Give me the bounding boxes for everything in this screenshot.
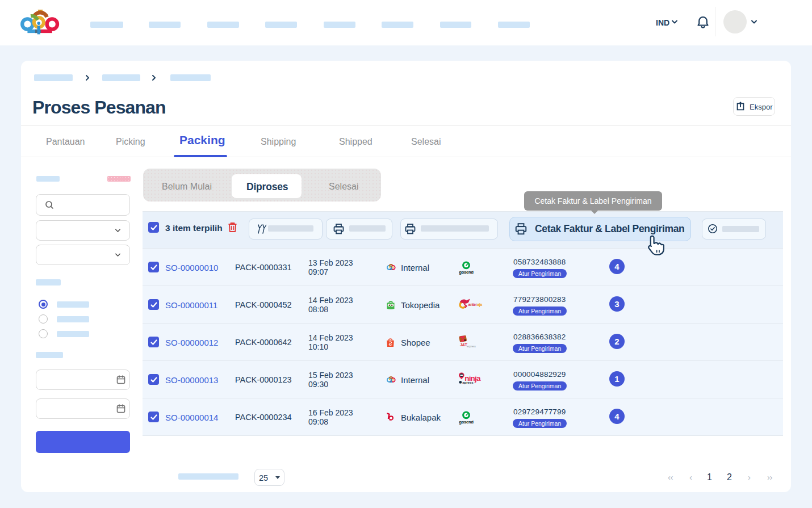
- svg-text:express: express: [467, 345, 476, 347]
- svg-text:anter: anter: [468, 303, 478, 307]
- svg-text:gosend: gosend: [459, 419, 474, 425]
- svg-text:xpress: xpress: [462, 380, 474, 384]
- svg-text:gosend: gosend: [459, 270, 474, 275]
- svg-text:aja: aja: [477, 303, 482, 307]
